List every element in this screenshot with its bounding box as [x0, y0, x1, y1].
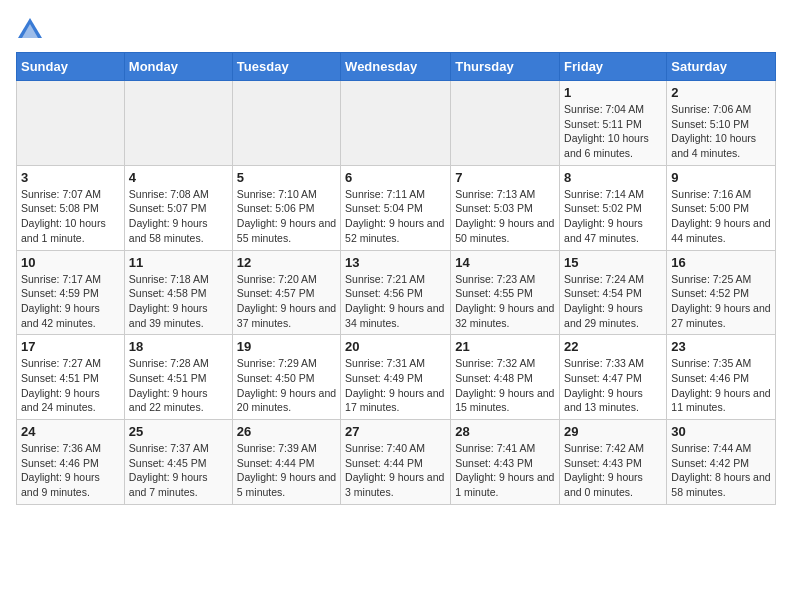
day-info: Sunrise: 7:29 AM Sunset: 4:50 PM Dayligh…	[237, 356, 336, 415]
col-header-friday: Friday	[560, 53, 667, 81]
day-cell: 28Sunrise: 7:41 AM Sunset: 4:43 PM Dayli…	[451, 420, 560, 505]
day-cell: 14Sunrise: 7:23 AM Sunset: 4:55 PM Dayli…	[451, 250, 560, 335]
day-number: 13	[345, 255, 446, 270]
day-number: 2	[671, 85, 771, 100]
day-cell: 8Sunrise: 7:14 AM Sunset: 5:02 PM Daylig…	[560, 165, 667, 250]
day-cell: 27Sunrise: 7:40 AM Sunset: 4:44 PM Dayli…	[341, 420, 451, 505]
day-number: 30	[671, 424, 771, 439]
day-number: 1	[564, 85, 662, 100]
day-info: Sunrise: 7:08 AM Sunset: 5:07 PM Dayligh…	[129, 187, 228, 246]
day-cell	[17, 81, 125, 166]
logo-icon	[16, 16, 44, 44]
day-info: Sunrise: 7:28 AM Sunset: 4:51 PM Dayligh…	[129, 356, 228, 415]
col-header-tuesday: Tuesday	[232, 53, 340, 81]
day-cell: 23Sunrise: 7:35 AM Sunset: 4:46 PM Dayli…	[667, 335, 776, 420]
day-number: 10	[21, 255, 120, 270]
day-info: Sunrise: 7:24 AM Sunset: 4:54 PM Dayligh…	[564, 272, 662, 331]
day-cell: 24Sunrise: 7:36 AM Sunset: 4:46 PM Dayli…	[17, 420, 125, 505]
day-info: Sunrise: 7:27 AM Sunset: 4:51 PM Dayligh…	[21, 356, 120, 415]
day-number: 5	[237, 170, 336, 185]
day-number: 12	[237, 255, 336, 270]
day-info: Sunrise: 7:39 AM Sunset: 4:44 PM Dayligh…	[237, 441, 336, 500]
day-number: 27	[345, 424, 446, 439]
day-cell: 12Sunrise: 7:20 AM Sunset: 4:57 PM Dayli…	[232, 250, 340, 335]
day-info: Sunrise: 7:36 AM Sunset: 4:46 PM Dayligh…	[21, 441, 120, 500]
day-info: Sunrise: 7:23 AM Sunset: 4:55 PM Dayligh…	[455, 272, 555, 331]
day-number: 8	[564, 170, 662, 185]
day-info: Sunrise: 7:31 AM Sunset: 4:49 PM Dayligh…	[345, 356, 446, 415]
day-info: Sunrise: 7:13 AM Sunset: 5:03 PM Dayligh…	[455, 187, 555, 246]
week-row-1: 1Sunrise: 7:04 AM Sunset: 5:11 PM Daylig…	[17, 81, 776, 166]
day-info: Sunrise: 7:44 AM Sunset: 4:42 PM Dayligh…	[671, 441, 771, 500]
day-number: 11	[129, 255, 228, 270]
day-info: Sunrise: 7:17 AM Sunset: 4:59 PM Dayligh…	[21, 272, 120, 331]
day-cell: 13Sunrise: 7:21 AM Sunset: 4:56 PM Dayli…	[341, 250, 451, 335]
day-cell: 4Sunrise: 7:08 AM Sunset: 5:07 PM Daylig…	[124, 165, 232, 250]
day-number: 14	[455, 255, 555, 270]
day-cell: 18Sunrise: 7:28 AM Sunset: 4:51 PM Dayli…	[124, 335, 232, 420]
day-number: 22	[564, 339, 662, 354]
day-number: 20	[345, 339, 446, 354]
day-cell: 29Sunrise: 7:42 AM Sunset: 4:43 PM Dayli…	[560, 420, 667, 505]
day-info: Sunrise: 7:25 AM Sunset: 4:52 PM Dayligh…	[671, 272, 771, 331]
day-number: 15	[564, 255, 662, 270]
day-cell: 6Sunrise: 7:11 AM Sunset: 5:04 PM Daylig…	[341, 165, 451, 250]
day-number: 18	[129, 339, 228, 354]
day-cell	[232, 81, 340, 166]
calendar-table: SundayMondayTuesdayWednesdayThursdayFrid…	[16, 52, 776, 505]
day-cell	[341, 81, 451, 166]
day-number: 25	[129, 424, 228, 439]
day-number: 17	[21, 339, 120, 354]
day-cell: 26Sunrise: 7:39 AM Sunset: 4:44 PM Dayli…	[232, 420, 340, 505]
day-number: 6	[345, 170, 446, 185]
day-cell: 2Sunrise: 7:06 AM Sunset: 5:10 PM Daylig…	[667, 81, 776, 166]
day-info: Sunrise: 7:37 AM Sunset: 4:45 PM Dayligh…	[129, 441, 228, 500]
day-cell: 30Sunrise: 7:44 AM Sunset: 4:42 PM Dayli…	[667, 420, 776, 505]
week-row-4: 17Sunrise: 7:27 AM Sunset: 4:51 PM Dayli…	[17, 335, 776, 420]
col-header-wednesday: Wednesday	[341, 53, 451, 81]
day-cell: 17Sunrise: 7:27 AM Sunset: 4:51 PM Dayli…	[17, 335, 125, 420]
day-cell: 9Sunrise: 7:16 AM Sunset: 5:00 PM Daylig…	[667, 165, 776, 250]
day-number: 23	[671, 339, 771, 354]
day-info: Sunrise: 7:21 AM Sunset: 4:56 PM Dayligh…	[345, 272, 446, 331]
day-info: Sunrise: 7:10 AM Sunset: 5:06 PM Dayligh…	[237, 187, 336, 246]
week-row-5: 24Sunrise: 7:36 AM Sunset: 4:46 PM Dayli…	[17, 420, 776, 505]
day-cell: 21Sunrise: 7:32 AM Sunset: 4:48 PM Dayli…	[451, 335, 560, 420]
day-cell: 3Sunrise: 7:07 AM Sunset: 5:08 PM Daylig…	[17, 165, 125, 250]
day-number: 16	[671, 255, 771, 270]
col-header-sunday: Sunday	[17, 53, 125, 81]
day-info: Sunrise: 7:18 AM Sunset: 4:58 PM Dayligh…	[129, 272, 228, 331]
logo	[16, 16, 48, 44]
day-number: 28	[455, 424, 555, 439]
day-cell: 1Sunrise: 7:04 AM Sunset: 5:11 PM Daylig…	[560, 81, 667, 166]
day-number: 26	[237, 424, 336, 439]
day-info: Sunrise: 7:06 AM Sunset: 5:10 PM Dayligh…	[671, 102, 771, 161]
day-cell: 15Sunrise: 7:24 AM Sunset: 4:54 PM Dayli…	[560, 250, 667, 335]
day-cell: 19Sunrise: 7:29 AM Sunset: 4:50 PM Dayli…	[232, 335, 340, 420]
day-number: 3	[21, 170, 120, 185]
day-number: 4	[129, 170, 228, 185]
day-info: Sunrise: 7:11 AM Sunset: 5:04 PM Dayligh…	[345, 187, 446, 246]
day-number: 9	[671, 170, 771, 185]
day-cell: 11Sunrise: 7:18 AM Sunset: 4:58 PM Dayli…	[124, 250, 232, 335]
day-cell: 7Sunrise: 7:13 AM Sunset: 5:03 PM Daylig…	[451, 165, 560, 250]
day-number: 7	[455, 170, 555, 185]
day-info: Sunrise: 7:14 AM Sunset: 5:02 PM Dayligh…	[564, 187, 662, 246]
day-number: 21	[455, 339, 555, 354]
page-header	[16, 16, 776, 44]
day-cell	[124, 81, 232, 166]
day-cell: 25Sunrise: 7:37 AM Sunset: 4:45 PM Dayli…	[124, 420, 232, 505]
day-info: Sunrise: 7:33 AM Sunset: 4:47 PM Dayligh…	[564, 356, 662, 415]
day-cell: 5Sunrise: 7:10 AM Sunset: 5:06 PM Daylig…	[232, 165, 340, 250]
day-info: Sunrise: 7:35 AM Sunset: 4:46 PM Dayligh…	[671, 356, 771, 415]
day-cell: 10Sunrise: 7:17 AM Sunset: 4:59 PM Dayli…	[17, 250, 125, 335]
day-info: Sunrise: 7:40 AM Sunset: 4:44 PM Dayligh…	[345, 441, 446, 500]
day-info: Sunrise: 7:32 AM Sunset: 4:48 PM Dayligh…	[455, 356, 555, 415]
day-info: Sunrise: 7:07 AM Sunset: 5:08 PM Dayligh…	[21, 187, 120, 246]
day-cell	[451, 81, 560, 166]
col-header-monday: Monday	[124, 53, 232, 81]
col-header-saturday: Saturday	[667, 53, 776, 81]
day-info: Sunrise: 7:16 AM Sunset: 5:00 PM Dayligh…	[671, 187, 771, 246]
day-info: Sunrise: 7:42 AM Sunset: 4:43 PM Dayligh…	[564, 441, 662, 500]
week-row-3: 10Sunrise: 7:17 AM Sunset: 4:59 PM Dayli…	[17, 250, 776, 335]
